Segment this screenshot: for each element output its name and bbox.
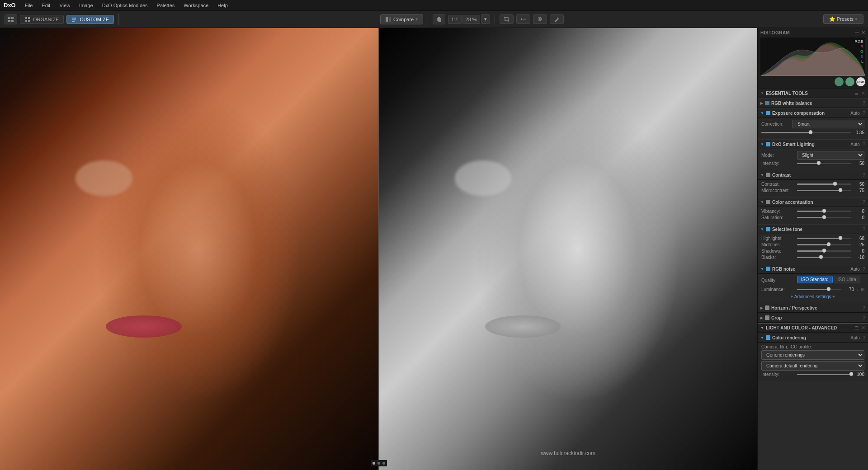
wb-help[interactable]: ? [863,100,865,106]
hist-l: L [861,59,863,64]
saturation-slider[interactable] [797,217,851,218]
hex-badge-2[interactable] [845,77,854,86]
contrast-slider[interactable] [797,183,851,185]
crop-help[interactable]: ? [863,315,865,320]
grid-icon-btn[interactable] [5,14,17,24]
color-rendering-bar[interactable]: ▼ Color rendering Auto ? [758,333,868,343]
luminance-value: 70 [843,287,854,292]
shadows-slider[interactable] [797,250,851,252]
presets-button[interactable]: ⭐ Presets ▾ [823,14,863,24]
vibrancy-slider[interactable] [797,211,851,212]
blacks-thumb[interactable] [819,255,823,259]
luminance-slider[interactable] [797,289,841,290]
crop-bar[interactable]: ▶ Crop ? [758,313,868,323]
menu-workspace[interactable]: Workspace [180,2,212,9]
vibrancy-thumb[interactable] [822,209,826,213]
cr-arrow: ▼ [760,336,764,340]
histogram-close-icon[interactable]: ✕ [861,30,865,36]
midtones-thumb[interactable] [826,242,830,246]
color-accentuation-bar[interactable]: ▼ Color accentuation ? [758,197,868,207]
dot-3[interactable] [382,462,385,465]
noise-help[interactable]: ? [863,266,865,272]
et-menu-icon[interactable]: ☰ [855,91,859,96]
exp-help[interactable]: ? [863,110,865,116]
iso-ultra-tab[interactable]: ISO Ultra [834,276,860,283]
menu-file[interactable]: File [21,2,37,9]
selective-tone-bar[interactable]: ▼ Selective tone ? [758,224,868,234]
menu-dxo-optics[interactable]: DxO Optics Modules [99,2,151,9]
exposure-thumb[interactable] [809,130,813,134]
cr-intensity-thumb[interactable] [849,372,854,376]
rgb-wb-bar[interactable]: ▶ RGB white balance ? [758,98,868,108]
highlights-thumb[interactable] [839,236,843,240]
menu-view[interactable]: View [56,2,74,9]
zoom-1-1[interactable]: 1:1 [448,15,461,24]
essential-tools-header[interactable]: ▼ ESSENTIAL TOOLS ☰ ✕ [758,89,868,98]
advanced-settings-link[interactable]: + Advanced settings + [761,293,864,300]
svg-rect-5 [28,17,30,19]
correction-dropdown[interactable]: SmartManual [793,120,864,128]
smart-lighting-bar[interactable]: ▼ DxO Smart Lighting Auto ? [758,139,868,149]
zoom-down[interactable]: ▾ [481,14,490,24]
contrast-thumb[interactable] [833,182,837,186]
microcontrast-slider[interactable] [797,190,851,191]
midtones-slider[interactable] [797,244,851,245]
sl-mode-dropdown[interactable]: SlightMediumStrong [797,151,864,160]
lca-menu-icon[interactable]: ☰ [855,326,859,330]
histogram-menu-icon[interactable]: ☰ [855,30,859,36]
generic-renderings-dropdown[interactable]: Generic renderings [761,350,864,360]
microcontrast-thumb[interactable] [839,188,843,192]
saturation-thumb[interactable] [822,215,826,219]
blacks-slider[interactable] [797,257,851,258]
svg-rect-4 [25,17,27,19]
horizon-tool-btn[interactable] [516,14,530,24]
lca-close-icon[interactable]: ✕ [861,325,865,331]
tab-organize[interactable]: ORGANIZE [20,15,64,24]
ca-help[interactable]: ? [863,199,865,205]
sl-intensity-thumb[interactable] [817,161,821,165]
noise-expand-icon[interactable]: ↕ [857,287,859,292]
hex-badge-1[interactable] [835,77,844,86]
smart-lighting-content: Mode: SlightMediumStrong Intensity: 50 [758,149,868,170]
tools-scroll-area[interactable]: ▼ ESSENTIAL TOOLS ☰ ✕ ▶ RGB white balanc… [758,89,868,470]
hand-tool-btn[interactable] [433,14,445,24]
luminance-thumb[interactable] [826,287,830,291]
contrast-help[interactable]: ? [863,172,865,178]
redeye-tool-btn[interactable] [533,14,547,24]
rgb-noise-bar[interactable]: ▼ RGB noise Auto ? [758,264,868,274]
shadows-label: Shadows: [761,249,795,254]
menu-edit[interactable]: Edit [38,2,54,9]
dot-2[interactable] [377,462,380,465]
menu-help[interactable]: Help [214,2,231,9]
menu-image[interactable]: Image [75,2,97,9]
noise-detail-icon[interactable]: ⊞ [861,287,864,292]
crop-tool-btn[interactable] [500,14,514,24]
menu-palettes[interactable]: Palettes [153,2,179,9]
et-close-icon[interactable]: ✕ [861,90,865,96]
dot-1[interactable] [373,462,375,465]
contrast-bar[interactable]: ▼ Contrast ? [758,170,868,180]
horizon-bar[interactable]: ▶ Horizon / Perspective ? [758,303,868,313]
sl-help[interactable]: ? [863,141,865,147]
cr-icon [766,335,770,340]
cr-intensity-slider[interactable] [797,374,851,375]
hex-badge-rgb[interactable]: RGB [856,77,865,86]
horizon-help[interactable]: ? [863,305,865,310]
cr-help[interactable]: ? [863,335,865,340]
st-help[interactable]: ? [863,226,865,232]
camera-default-dropdown[interactable]: Camera default rendering [761,361,864,371]
exposure-bar[interactable]: ▼ Exposure compensation Auto ? [758,108,868,118]
exp-title: Exposure compensation [772,111,825,116]
highlights-slider[interactable] [797,238,851,239]
tab-customize[interactable]: CUSTOMIZE [66,15,114,24]
shadows-thumb[interactable] [822,249,826,253]
sl-intensity-slider[interactable] [797,163,851,164]
exposure-slider[interactable] [761,132,851,133]
vibrancy-fill [797,211,824,212]
zoom-percent[interactable]: 28 % [462,15,480,24]
iso-standard-tab[interactable]: ISO Standard [797,276,833,283]
wb-arrow: ▶ [760,101,763,105]
compare-button[interactable]: Compare ▾ [380,14,423,24]
repair-tool-btn[interactable] [550,14,564,24]
light-color-header[interactable]: ▼ LIGHT AND COLOR - ADVANCED ☰ ✕ [758,323,868,333]
